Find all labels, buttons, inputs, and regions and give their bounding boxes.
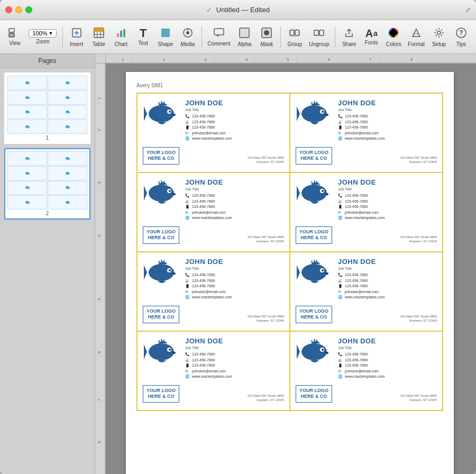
phone3-line-6: 📱 123-456-7890 (185, 363, 284, 369)
close-button[interactable] (5, 6, 12, 13)
pages-header: Pages (0, 54, 95, 68)
svg-text:5: 5 (287, 57, 289, 62)
card-top-0: JOHN DOE Job Title 📞 123-456-7890 🖨 123-… (143, 99, 284, 142)
email-icon-5: ✉ (338, 289, 343, 295)
table-icon (93, 27, 105, 40)
ungroup-icon (313, 27, 325, 40)
svg-point-67 (169, 111, 171, 113)
insert-button[interactable]: Insert (66, 25, 87, 49)
thumb-fish-icon: 🐟 (25, 124, 30, 129)
view-button[interactable]: View (4, 26, 25, 48)
shape-button[interactable]: Shape (155, 25, 176, 49)
tips-button[interactable]: ? Tips (451, 25, 472, 49)
svg-point-97 (169, 349, 171, 351)
expand-button[interactable]: ⤢ (465, 6, 471, 14)
phone2-0: 123-456-7890 (192, 120, 215, 125)
maximize-button[interactable] (25, 6, 32, 13)
svg-text:2: 2 (97, 129, 102, 131)
zoom-control[interactable]: 100% ▼ Zoom (26, 27, 59, 47)
mobile-icon-6: 📱 (185, 363, 190, 369)
svg-point-82 (322, 190, 324, 192)
card-address-7: 123 West 567 South #890Anytown, ST 12345 (400, 394, 437, 403)
fish-illustration-0 (143, 99, 181, 142)
separator-1 (62, 26, 63, 48)
phone2-7: 123-456-7890 (345, 358, 368, 363)
svg-point-99 (301, 343, 327, 360)
business-card-1: JOHN DOE Job Title 📞 123-456-7890 🖨 123-… (290, 93, 443, 172)
card-address-3: 123 West 567 South #890Anytown, ST 12345 (400, 235, 437, 244)
setup-button[interactable]: Setup (428, 25, 450, 49)
mobile-icon-7: 📱 (338, 363, 343, 369)
svg-rect-13 (123, 29, 125, 37)
card-bottom-3: YOUR LOGOHERE & CO 123 West 567 South #8… (296, 226, 437, 244)
group-label: Group (287, 41, 302, 47)
table-button[interactable]: Table (88, 25, 109, 49)
ungroup-button[interactable]: Ungroup (306, 25, 332, 49)
cards-grid: JOHN DOE Job Title 📞 123-456-7890 🖨 123-… (136, 93, 443, 411)
phone1-line-6: 📞 123-456-7890 (185, 352, 284, 358)
thumb-fish-icon: 🐟 (65, 110, 70, 114)
fonts-button[interactable]: Aa Fonts (361, 26, 382, 48)
avery-label: Avery 5881 (136, 83, 443, 88)
phone1-2: 123-456-7890 (192, 193, 215, 199)
svg-rect-28 (314, 30, 318, 35)
comment-label: Comment (207, 41, 230, 47)
svg-point-72 (322, 111, 324, 113)
colors-button[interactable]: Colors (383, 25, 404, 49)
phone-icon-1: 📞 (338, 114, 343, 120)
web-icon-4: 🌐 (185, 295, 190, 300)
email-icon-2: ✉ (185, 210, 190, 216)
card-info-7: JOHN DOE Job Title 📞 123-456-7890 🖨 123-… (338, 337, 437, 380)
minimize-button[interactable] (15, 6, 22, 13)
canvas-area[interactable]: 1 2 3 4 5 6 7 8 (95, 54, 476, 474)
card-name-1: JOHN DOE (338, 99, 437, 107)
mask-button[interactable]: Mask (256, 25, 277, 49)
website-line-6: 🌐 www.mactemplates.com (185, 374, 284, 380)
phone2-line-4: 🖨 123-456-7890 (185, 278, 284, 284)
fax-icon-6: 🖨 (185, 358, 190, 363)
text-icon: T (140, 28, 147, 39)
format-button[interactable]: Format (405, 25, 427, 49)
toolbar: View 100% ▼ Zoom Insert (0, 20, 476, 54)
card-title-2: Job Title (185, 187, 284, 191)
thumb2-card-3: 🐟 (7, 166, 47, 180)
view-icon (8, 28, 21, 39)
svg-point-103 (325, 352, 328, 354)
page-thumb-1[interactable]: 🐟 🐟 🐟 🐟 🐟 🐟 🐟 🐟 1 (4, 72, 90, 144)
text-button[interactable]: T Text (133, 25, 154, 48)
chart-label: Chart (115, 41, 127, 47)
svg-rect-25 (290, 30, 294, 35)
chart-button[interactable]: Chart (111, 25, 132, 49)
card-contact-1: 📞 123-456-7890 🖨 123-456-7890 📱 123-456-… (338, 114, 437, 142)
page-thumb-2[interactable]: 🐟 🐟 🐟 🐟 🐟 🐟 🐟 🐟 2 (4, 148, 90, 220)
thumb-card-3: 🐟 (7, 90, 47, 105)
share-button[interactable]: Share (338, 25, 360, 49)
thumb2-card-1: 🐟 (7, 151, 47, 166)
phone3-line-1: 📱 123-456-7890 (338, 125, 437, 131)
ruler-vertical: 1 2 3 4 5 6 7 8 9 (95, 63, 106, 474)
media-button[interactable]: Media (177, 25, 198, 49)
card-contact-0: 📞 123-456-7890 🖨 123-456-7890 📱 123-456-… (185, 114, 284, 142)
alpha-button[interactable]: Alpha (234, 25, 255, 49)
svg-point-68 (172, 114, 176, 116)
phone3-5: 123-456-7890 (345, 284, 368, 289)
thumb-fish-icon: 🐟 (65, 95, 70, 100)
svg-rect-0 (9, 29, 14, 32)
fish-illustration-3 (296, 178, 334, 221)
phone3-1: 123-456-7890 (345, 125, 368, 131)
setup-icon (433, 27, 445, 40)
web-icon-2: 🌐 (185, 215, 190, 221)
website-7: www.mactemplates.com (345, 374, 385, 380)
zoom-box[interactable]: 100% ▼ (29, 29, 57, 38)
comment-button[interactable]: Comment (205, 25, 233, 49)
card-bottom-4: YOUR LOGOHERE & CO 123 West 567 South #8… (143, 306, 284, 323)
view-label: View (9, 40, 21, 46)
card-title-7: Job Title (338, 346, 437, 350)
card-top-2: JOHN DOE Job Title 📞 123-456-7890 🖨 123-… (143, 178, 284, 221)
card-bottom-0: YOUR LOGOHERE & CO 123 West 567 South #8… (143, 147, 284, 165)
phone2-line-6: 🖨 123-456-7890 (185, 358, 284, 363)
thumb2-card-2: 🐟 (48, 151, 87, 166)
card-name-2: JOHN DOE (185, 178, 284, 186)
pages-list: 🐟 🐟 🐟 🐟 🐟 🐟 🐟 🐟 1 🐟 🐟 (0, 68, 95, 474)
group-button[interactable]: Group (284, 25, 305, 49)
